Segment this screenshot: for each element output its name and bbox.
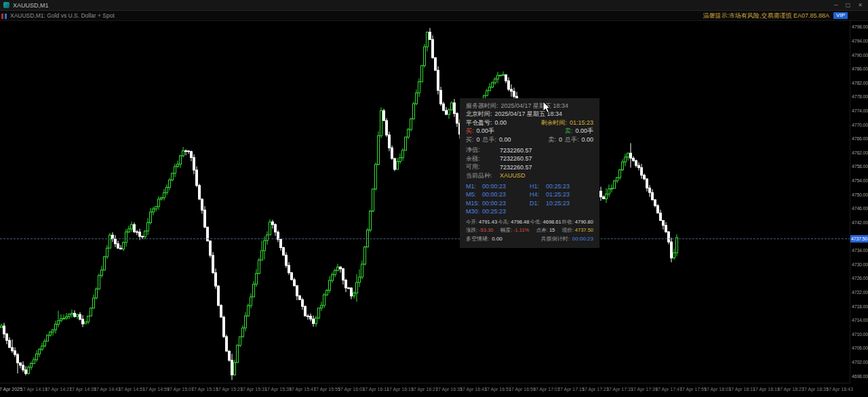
time-axis-label: 17 Apr 16:11 xyxy=(362,387,389,392)
free-margin-row: 可用: 7232260.57 xyxy=(466,163,593,172)
price-axis-label: 4798.00 xyxy=(852,24,868,29)
balance-value: 7232260.57 xyxy=(500,155,532,162)
time-axis-label: 17 Apr 16:59 xyxy=(509,387,536,392)
equity-label: 净值: xyxy=(466,146,500,154)
time-axis-label: 17 Apr 15:47 xyxy=(289,387,316,392)
ea-notice-text: 温馨提示:市场有风险,交易需谨慎 EA07.85.88A xyxy=(703,12,830,20)
close-button[interactable]: ✕ xyxy=(858,0,863,10)
sell-lots-label: 总手: xyxy=(565,135,579,144)
timer-m30-value: 00:25:23 xyxy=(482,208,506,215)
timer-m5-value: 00:00:23 xyxy=(482,191,506,198)
change-row: 涨跌:-53.30 幅度:-1.11% 点差:15 现价:4737.50 xyxy=(466,226,593,235)
ohlc-row: 今开:4791.43 今高:4798.48 今低:4698.61 昨收:4790… xyxy=(466,218,593,227)
timer-h4-value: 01:25:23 xyxy=(546,191,570,198)
time-axis-label: 17 Apr 18:03 xyxy=(704,387,731,392)
timer-m1-value: 00:00:23 xyxy=(482,183,506,190)
time-axis-label: 17 Apr 15:31 xyxy=(240,387,267,392)
sentiment-row: 多空情绪: 0.00 共振倒计时: 00:00:23 xyxy=(466,235,593,244)
time-axis-label: 17 Apr 14:59 xyxy=(142,387,170,392)
timer-d1-label: D1: xyxy=(530,200,546,207)
chart-header-bar: XAUUSD,M1: Gold vs U.S. Dollar + Spot 温馨… xyxy=(0,11,868,21)
time-axis-label: 17 Apr 14:51 xyxy=(118,387,145,392)
time-axis-label: 17 Apr 15:15 xyxy=(191,387,218,392)
server-time-label: 服务器时间: xyxy=(466,102,498,110)
price-axis-label: 4782.00 xyxy=(852,81,868,85)
window-title: XAUUSD,M1 xyxy=(13,2,49,9)
sell-count-label: 卖: xyxy=(548,135,556,144)
time-axis-label: 17 Apr 16:19 xyxy=(387,387,414,392)
time-axis-label: 17 Apr 16:43 xyxy=(460,387,487,392)
timer-m5-label: M5: xyxy=(466,191,482,198)
change-pct-value: -1.11% xyxy=(513,227,529,233)
time-axis-label: 17 Apr 14:27 xyxy=(45,387,72,392)
timer-m1-label: M1: xyxy=(466,183,482,190)
symbol-row: 当前品种: XAUUSD xyxy=(466,171,593,180)
prev-close-value: 4790.80 xyxy=(575,219,593,225)
price-axis-label: 4734.00 xyxy=(852,248,868,253)
timer-d1-value: 10:25:23 xyxy=(546,200,570,207)
app-icon xyxy=(3,2,9,8)
price-axis-label: 4758.00 xyxy=(852,164,868,169)
price-axis-label: 4710.00 xyxy=(852,332,868,337)
beijing-time-value: 2025/04/17 星期五 18:34 xyxy=(495,110,563,119)
time-axis[interactable]: 17 Apr 202517 Apr 14:1917 Apr 14:2717 Ap… xyxy=(0,383,850,397)
time-axis-label: 17 Apr 14:43 xyxy=(94,387,121,392)
price-axis-label: 4698.00 xyxy=(852,374,868,379)
price-axis-label: 4778.00 xyxy=(852,94,868,99)
minimize-button[interactable]: ─ xyxy=(834,0,838,10)
price-axis-label: 4762.00 xyxy=(852,150,868,155)
free-margin-value: 7232260.57 xyxy=(500,164,532,171)
price-value: 4737.50 xyxy=(575,227,593,233)
time-axis-label: 17 Apr 16:35 xyxy=(435,387,462,392)
time-axis-label: 17 Apr 18:11 xyxy=(728,387,755,392)
pnl-row: 平仓盈亏: 0.00 剩余时间: 01:15:23 xyxy=(466,119,593,127)
ea-badge[interactable]: VIP xyxy=(833,12,848,19)
server-time-value: 2025/04/17 星期五 18:34 xyxy=(501,102,569,110)
time-axis-label: 17 Apr 2025 xyxy=(0,387,22,392)
change-pct-label: 幅度: xyxy=(500,227,512,233)
time-axis-label: 17 Apr 15:07 xyxy=(167,387,194,392)
price-axis-label: 4726.00 xyxy=(852,276,868,280)
buy-label: 买: xyxy=(466,127,474,135)
buy-count-label: 买: xyxy=(466,135,474,144)
time-axis-label: 17 Apr 17:15 xyxy=(557,387,585,392)
low-value: 4698.61 xyxy=(543,219,561,225)
time-axis-label: 17 Apr 16:51 xyxy=(484,387,511,392)
price-axis[interactable]: 4798.004794.004790.004786.004782.004778.… xyxy=(850,20,868,397)
buy-lots-value: 0.00 xyxy=(499,136,511,143)
price-axis-label: 4718.00 xyxy=(852,304,868,309)
change-value: -53.30 xyxy=(479,227,493,233)
time-axis-label: 17 Apr 14:19 xyxy=(20,387,47,392)
window-titlebar: XAUUSD,M1 ─ ▢ ✕ xyxy=(0,0,868,11)
price-label: 现价: xyxy=(562,227,574,233)
candlestick-chart[interactable] xyxy=(0,20,850,383)
price-axis-label: 4790.00 xyxy=(852,53,868,58)
timer-row-2: M5:00:00:23 H4:01:25:23 xyxy=(466,190,593,199)
price-axis-label: 4794.00 xyxy=(852,39,868,43)
sell-value: 0.00手 xyxy=(575,127,593,135)
price-axis-label: 4786.00 xyxy=(852,66,868,71)
chart-title: XAUUSD,M1: Gold vs U.S. Dollar + Spot xyxy=(10,12,115,19)
timer-row-1: M1:00:00:23 H1:00:25:23 xyxy=(466,182,593,191)
balance-label: 余额: xyxy=(466,154,500,163)
time-axis-label: 17 Apr 15:55 xyxy=(313,387,340,392)
price-axis-label: 4750.00 xyxy=(852,192,868,197)
server-time-row: 服务器时间: 2025/04/17 星期五 18:34 xyxy=(466,102,593,110)
balance-row: 余额: 7232260.57 xyxy=(466,154,593,163)
time-axis-label: 17 Apr 18:19 xyxy=(753,387,780,392)
maximize-button[interactable]: ▢ xyxy=(846,0,851,10)
change-label: 涨跌: xyxy=(466,227,477,233)
buy-lots-label: 总手: xyxy=(483,135,497,144)
time-axis-label: 17 Apr 17:23 xyxy=(582,387,609,392)
buy-count-value: 0 xyxy=(477,136,480,143)
open-value: 4791.43 xyxy=(479,219,497,225)
price-axis-label: 4706.00 xyxy=(852,346,868,350)
symbol-value: XAUUSD xyxy=(500,172,526,179)
sell-count-value: 0 xyxy=(559,136,562,143)
time-axis-label: 17 Apr 17:47 xyxy=(655,387,682,392)
time-axis-label: 17 Apr 17:55 xyxy=(679,387,707,392)
spread-value: 15 xyxy=(549,227,555,233)
time-axis-label: 17 Apr 16:03 xyxy=(338,387,365,392)
high-label: 今高: xyxy=(498,219,509,225)
timer-row-3: M15:00:00:23 D1:10:25:23 xyxy=(466,199,593,208)
